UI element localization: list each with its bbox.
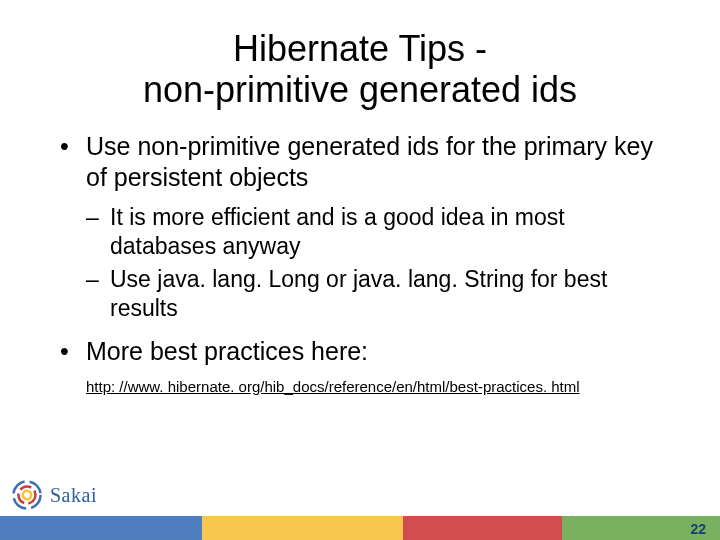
bullet-text: Use java. lang. Long or java. lang. Stri… [110, 266, 607, 321]
svg-point-1 [19, 487, 36, 504]
bullet-level1: More best practices here: [60, 336, 660, 367]
slide-title: Hibernate Tips - non-primitive generated… [0, 0, 720, 123]
svg-point-2 [23, 491, 32, 500]
bullet-text: More best practices here: [86, 337, 368, 365]
footer-gradient-bar [0, 516, 720, 540]
sakai-logo-icon [10, 478, 44, 512]
title-line-2: non-primitive generated ids [143, 69, 577, 110]
slide-body: Use non-primitive generated ids for the … [0, 131, 720, 397]
best-practices-link[interactable]: http: //www. hibernate. org/hib_docs/ref… [86, 378, 660, 397]
page-number: 22 [690, 521, 706, 537]
bullet-level2: Use java. lang. Long or java. lang. Stri… [86, 265, 660, 323]
title-line-1: Hibernate Tips - [233, 28, 487, 69]
bullet-text: It is more efficient and is a good idea … [110, 204, 565, 259]
bullet-level1: Use non-primitive generated ids for the … [60, 131, 660, 194]
footer-gradient [0, 516, 720, 540]
logo-text: Sakai [50, 484, 97, 507]
sakai-logo: Sakai [10, 478, 97, 512]
slide: Hibernate Tips - non-primitive generated… [0, 0, 720, 540]
bullet-level2: It is more efficient and is a good idea … [86, 203, 660, 261]
bullet-text: Use non-primitive generated ids for the … [86, 132, 653, 191]
